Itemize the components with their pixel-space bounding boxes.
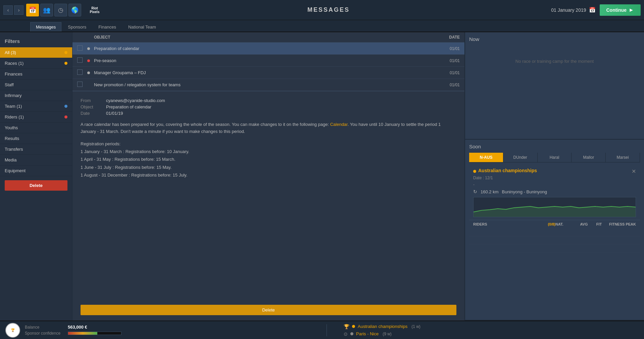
- filter-all[interactable]: All (3): [0, 47, 72, 58]
- check-3[interactable]: [77, 82, 87, 88]
- check-1[interactable]: [77, 57, 87, 64]
- check-0[interactable]: [77, 45, 87, 52]
- period-3: 1 August - 31 December : Registrations b…: [81, 171, 456, 179]
- filter-media[interactable]: Media: [0, 155, 72, 165]
- filter-finances-label: Finances: [5, 71, 22, 77]
- message-row-3[interactable]: New promotion / relegation system for te…: [72, 79, 464, 91]
- msg-from-row: From cyanews@cyanide-studio.com: [81, 98, 456, 103]
- filter-transfers-label: Transfers: [5, 147, 23, 152]
- filter-all-label: All (3): [5, 50, 16, 55]
- fit-label: FIT: [592, 222, 606, 226]
- filter-youths[interactable]: Youths: [0, 123, 72, 133]
- filter-staff[interactable]: Staff: [0, 80, 72, 90]
- race-dot-0: [352, 325, 355, 328]
- object-value: Preparation of calendar: [106, 104, 151, 109]
- tab-national-team[interactable]: National Team: [122, 22, 162, 32]
- message-row-0[interactable]: Preparation of calendar 01/01: [72, 43, 464, 55]
- filter-infirmary[interactable]: Infirmary: [0, 90, 72, 101]
- users-icon-button[interactable]: 👥: [40, 4, 53, 16]
- top-bar: ‹ › 📅 👥 ◷ 🌎 RiotPixels MESSAGES 01 Janua…: [0, 0, 644, 20]
- soon-tab-marsei[interactable]: Marsei: [606, 153, 640, 162]
- clock-icon-button[interactable]: ◷: [54, 4, 67, 16]
- filter-transfers[interactable]: Transfers: [0, 144, 72, 155]
- main-layout: Filters All (3) Races (1) Finances Staff…: [0, 32, 644, 321]
- race-close-icon[interactable]: ✕: [632, 168, 636, 175]
- badge-icon: 🏆: [11, 328, 15, 332]
- soon-tab-dunder[interactable]: DUnder: [503, 153, 538, 162]
- riders-label: RIDERS: [473, 222, 545, 226]
- race-dash: -: [473, 182, 636, 187]
- briefcase-icon-button[interactable]: 📅: [26, 4, 39, 16]
- filter-races-dot: [64, 62, 67, 65]
- filter-results[interactable]: Results: [0, 133, 72, 144]
- sponsor-row: Sponsor confidence: [25, 331, 320, 336]
- period-2: 1 June - 31 July : Registrations before:…: [81, 163, 456, 171]
- tab-sponsors[interactable]: Sponsors: [62, 22, 92, 32]
- route-icon: ↻: [473, 189, 477, 194]
- race-chart: [473, 197, 636, 217]
- sub-nav: Messages Sponsors Finances National Team: [0, 20, 644, 32]
- message-delete-button[interactable]: Delete: [81, 305, 456, 315]
- filter-team-label: Team (1): [5, 104, 22, 109]
- dot-1: [87, 59, 94, 62]
- sidebar-delete-button[interactable]: Delete: [5, 180, 67, 191]
- filter-team[interactable]: Team (1): [0, 101, 72, 112]
- filter-staff-label: Staff: [5, 82, 14, 87]
- logo-text: RiotPixels: [90, 6, 100, 14]
- dot-0: [87, 47, 94, 50]
- race-distance: 160.2 km: [481, 189, 498, 194]
- filter-finances[interactable]: Finances: [0, 69, 72, 80]
- check-2[interactable]: [77, 69, 87, 76]
- avg-label: AVG: [576, 222, 592, 226]
- message-detail: From cyanews@cyanide-studio.com Object P…: [72, 91, 464, 299]
- balance-label: Balance: [25, 325, 65, 330]
- calendar-icon[interactable]: 📅: [589, 7, 596, 13]
- filter-races-label: Races (1): [5, 61, 23, 66]
- now-title: Now: [469, 36, 640, 42]
- message-row-1[interactable]: Pre-season 01/01: [72, 55, 464, 67]
- filter-riders[interactable]: Riders (1): [0, 112, 72, 123]
- divider: [327, 324, 327, 336]
- no-event-text: No race or training camp for the moment: [469, 45, 640, 77]
- trophy-icon-0: 🏆: [344, 324, 349, 329]
- filter-youths-label: Youths: [5, 125, 18, 130]
- continue-label: Continue: [606, 7, 627, 13]
- filter-equipment-label: Equipment: [5, 168, 26, 173]
- msg-dot-2: [87, 71, 90, 74]
- calendar-link[interactable]: Calendar: [330, 122, 348, 127]
- tool-icons: 📅 👥 ◷ 🌎: [26, 4, 81, 16]
- continue-button[interactable]: Continue ►: [600, 4, 641, 16]
- filter-races[interactable]: Races (1): [0, 58, 72, 69]
- right-panel: Now No race or training camp for the mom…: [464, 32, 644, 321]
- nav-forward-button[interactable]: ›: [14, 5, 23, 15]
- globe-icon-button[interactable]: 🌎: [68, 4, 81, 16]
- race-stats: ↻ 160.2 km Buninyong - Buninyong: [473, 189, 636, 194]
- date-header: DATE: [436, 35, 460, 40]
- filter-all-dot: [64, 51, 67, 54]
- tab-messages[interactable]: Messages: [30, 22, 61, 32]
- circle-icon-1: ⊙: [344, 331, 348, 337]
- soon-tab-haral[interactable]: Haral: [538, 153, 572, 162]
- msg-date-2: 01/01: [436, 70, 460, 75]
- tab-finances[interactable]: Finances: [93, 22, 122, 32]
- sidebar: Filters All (3) Races (1) Finances Staff…: [0, 32, 72, 321]
- message-row-2[interactable]: Manager Groupama – FDJ 01/01: [72, 67, 464, 79]
- fitness-peak-label: FITNESS PEAK: [606, 222, 636, 226]
- nav-back-button[interactable]: ‹: [3, 5, 13, 15]
- race-info: Australian championships ✕ Date : 12/1 -…: [469, 165, 640, 220]
- message-body: A race calendar has been prepared for yo…: [81, 121, 456, 179]
- bottom-race-name-1: Paris - Nice: [356, 331, 379, 336]
- msg-object-1: Pre-season: [94, 58, 436, 63]
- soon-tab-naus[interactable]: N-AUS: [469, 153, 503, 162]
- filter-equipment[interactable]: Equipment: [0, 165, 72, 176]
- msg-object-3: New promotion / relegation system for te…: [94, 82, 436, 87]
- bottom-finance: Balance 563,000 € Sponsor confidence: [25, 325, 320, 336]
- soon-tab-mallor[interactable]: Mallor: [572, 153, 606, 162]
- msg-object-2: Manager Groupama – FDJ: [94, 70, 436, 75]
- date-meta-label: Date: [81, 111, 101, 116]
- msg-object-row: Object Preparation of calendar: [81, 104, 456, 109]
- msg-periods: Registration periods: 1 January - 31 Mar…: [81, 140, 456, 179]
- balance-row: Balance 563,000 €: [25, 325, 320, 330]
- filter-results-label: Results: [5, 136, 19, 141]
- messages-panel: OBJECT DATE Preparation of calendar 01/0…: [72, 32, 464, 321]
